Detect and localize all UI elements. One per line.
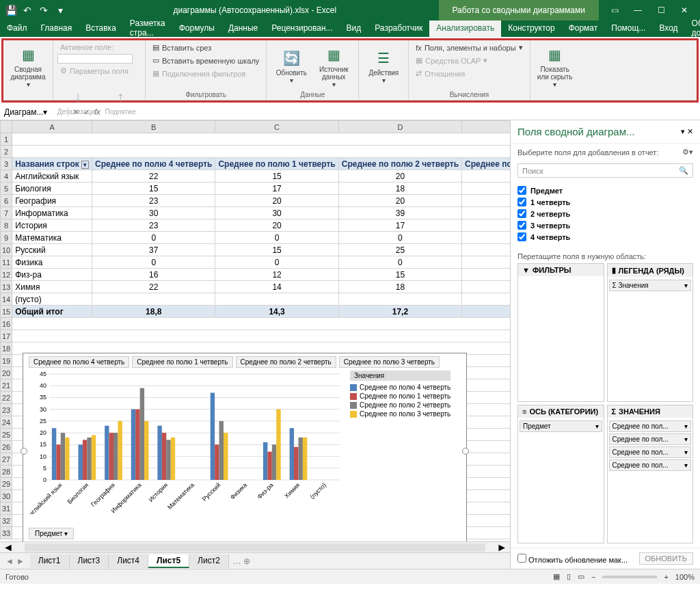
zoom-out-icon[interactable]: − xyxy=(591,573,595,581)
sheet-tab-Лист1[interactable]: Лист1 xyxy=(30,554,70,568)
legend-zone[interactable]: ▮ЛЕГЕНДА (РЯДЫ)Σ Значения▾ xyxy=(607,263,694,402)
filter-connections-button[interactable]: ▦Подключения фильтров xyxy=(150,68,248,79)
update-button[interactable]: ОБНОВИТЬ xyxy=(639,552,693,565)
cancel-icon[interactable]: ✕ xyxy=(72,107,79,117)
ribbon-highlight: ▦ Сводная диаграмма ▾ Активное поле: ⚙Па… xyxy=(1,38,699,103)
tab-Вид[interactable]: Вид xyxy=(340,21,368,37)
view-pagelayout-icon[interactable]: ▯ xyxy=(567,572,571,581)
svg-rect-60 xyxy=(263,442,267,480)
svg-text:10: 10 xyxy=(40,453,46,460)
tab-Главная[interactable]: Главная xyxy=(34,21,79,37)
task-pane-dropdown-icon[interactable]: ▾ xyxy=(681,127,685,135)
filters-zone[interactable]: ▼ФИЛЬТРЫ xyxy=(517,263,604,402)
qat-dropdown-icon[interactable]: ▾ xyxy=(55,5,66,16)
svg-rect-31 xyxy=(109,433,113,480)
quick-access-toolbar: 💾 ↶ ↷ ▾ xyxy=(0,5,71,16)
save-icon[interactable]: 💾 xyxy=(5,5,16,16)
svg-rect-43 xyxy=(171,438,175,480)
chart-series-button[interactable]: Среднее по полю 1 четверть xyxy=(132,356,232,368)
field-Предмет[interactable]: Предмет xyxy=(517,185,693,196)
task-pane-close-icon[interactable]: ✕ xyxy=(687,127,693,135)
values-zone[interactable]: ΣЗНАЧЕНИЯСреднее по пол...▾Среднее по по… xyxy=(607,405,694,543)
tab-Разработчик[interactable]: Разработчик xyxy=(368,21,429,37)
field-2 четверть[interactable]: 2 четверть xyxy=(517,208,693,219)
drill-down-button[interactable]: ↓Детализация xyxy=(57,77,98,124)
zoom-slider[interactable] xyxy=(602,576,657,578)
sheet-tab-Лист2[interactable]: Лист2 xyxy=(189,554,229,568)
ribbon-display-icon[interactable]: ▭ xyxy=(604,0,625,21)
svg-text:45: 45 xyxy=(40,371,46,377)
tab-Файл[interactable]: Файл xyxy=(0,21,34,37)
tab-Помощ...[interactable]: Помощ... xyxy=(604,21,652,37)
drill-up-button[interactable]: ↑Поднятие xyxy=(100,77,141,124)
chart-axis-button[interactable]: Предмет ▾ xyxy=(29,528,74,539)
svg-rect-68 xyxy=(303,438,307,480)
chart-series-button[interactable]: Среднее по полю 4 четверть xyxy=(29,356,129,368)
value-pill[interactable]: Среднее по пол...▾ xyxy=(609,446,692,458)
undo-icon[interactable]: ↶ xyxy=(22,5,33,16)
tab-Вставка[interactable]: Вставка xyxy=(79,21,123,37)
tab-Общий доступ[interactable]: Общий доступ xyxy=(685,21,700,37)
axis-zone[interactable]: ≡ОСЬ (КАТЕГОРИИ)Предмет▾ xyxy=(517,405,604,543)
refresh-button[interactable]: 🔄Обновить▾ xyxy=(271,42,312,90)
tab-Формат[interactable]: Формат xyxy=(562,21,605,37)
tab-Конструктор[interactable]: Конструктор xyxy=(501,21,561,37)
tab-Разметка стра...[interactable]: Разметка стра... xyxy=(123,21,172,37)
svg-rect-53 xyxy=(224,433,228,480)
actions-button[interactable]: ☰Действия▾ xyxy=(363,42,404,90)
field-4 четверть[interactable]: 4 четверть xyxy=(517,231,693,243)
field-3 четверть[interactable]: 3 четверть xyxy=(517,219,693,231)
fx-icon[interactable]: fx xyxy=(94,107,100,117)
pivot-chart[interactable]: Среднее по полю 4 четвертьСреднее по пол… xyxy=(23,353,467,541)
redo-icon[interactable]: ↷ xyxy=(38,5,49,16)
defer-checkbox[interactable]: Отложить обновление мак... xyxy=(517,554,628,564)
olap-tools-button[interactable]: ▦Средства OLAP ▾ xyxy=(413,55,490,66)
sheet-tab-Лист5[interactable]: Лист5 xyxy=(148,554,189,568)
fields-items-sets-button[interactable]: fxПоля, элементы и наборы ▾ xyxy=(413,42,525,53)
view-normal-icon[interactable]: ▦ xyxy=(553,572,560,581)
legend-pill[interactable]: Σ Значения▾ xyxy=(609,280,692,291)
tab-Формулы[interactable]: Формулы xyxy=(172,21,221,37)
axis-icon: ≡ xyxy=(522,407,526,416)
insert-slicer-button[interactable]: ▤Вставить срез xyxy=(150,42,214,53)
group-calc: Вычисления xyxy=(413,90,525,98)
chart-series-button[interactable]: Среднее по полю 3 четверть xyxy=(339,356,440,368)
view-pagebreak-icon[interactable]: ▭ xyxy=(578,572,584,581)
pivot-chart-button[interactable]: ▦ Сводная диаграмма ▾ xyxy=(8,42,49,90)
chart-series-button[interactable]: Среднее по полю 2 четверть xyxy=(236,356,336,368)
value-pill[interactable]: Среднее по пол...▾ xyxy=(609,420,692,432)
prev-sheet-icon[interactable]: ◄ xyxy=(5,556,14,566)
next-sheet-icon[interactable]: ► xyxy=(16,556,25,566)
tab-Анализировать[interactable]: Анализировать xyxy=(429,21,501,37)
grid[interactable]: ABCDE123Названия строк ▾Среднее по полю … xyxy=(0,120,510,541)
sheet-tab-Лист3[interactable]: Лист3 xyxy=(70,554,109,568)
axis-pill[interactable]: Предмет▾ xyxy=(520,420,602,432)
zoom-in-icon[interactable]: + xyxy=(664,573,668,581)
name-box[interactable]: Диаграм... ▾ xyxy=(0,107,68,117)
horizontal-scrollbar[interactable]: ◄► xyxy=(0,541,510,552)
maximize-icon[interactable]: ☐ xyxy=(651,0,671,21)
zoom-level[interactable]: 100% xyxy=(675,573,695,581)
value-pill[interactable]: Среднее по пол...▾ xyxy=(609,459,692,471)
field-1 четверть[interactable]: 1 четверть xyxy=(517,196,693,208)
insert-timeline-button[interactable]: ▭Вставить временную шкалу xyxy=(150,55,262,66)
svg-rect-36 xyxy=(135,409,139,480)
relations-button[interactable]: ⇄Отношения xyxy=(413,68,468,79)
accept-icon[interactable]: ✓ xyxy=(83,107,90,117)
value-pill[interactable]: Среднее по пол...▾ xyxy=(609,433,692,445)
field-search-input[interactable]: Поиск🔍 xyxy=(517,163,693,178)
sheet-nav[interactable]: ◄► xyxy=(0,556,30,566)
tab-Вход[interactable]: Вход xyxy=(652,21,684,37)
close-icon[interactable]: ✕ xyxy=(674,0,695,21)
tab-Рецензирован...[interactable]: Рецензирован... xyxy=(265,21,339,37)
tab-Данные[interactable]: Данные xyxy=(221,21,265,37)
data-source-button[interactable]: ▦Источник данных▾ xyxy=(313,42,354,90)
svg-text:25: 25 xyxy=(40,418,46,425)
sheet-tab-Лист4[interactable]: Лист4 xyxy=(109,554,148,568)
minimize-icon[interactable]: — xyxy=(628,0,648,21)
formula-bar[interactable]: ✕✓fx xyxy=(68,107,700,117)
active-field-input[interactable] xyxy=(57,54,133,64)
field-params-button[interactable]: ⚙Параметры поля xyxy=(57,65,131,77)
show-hide-button[interactable]: ▦Показать или скрыть▾ xyxy=(535,42,576,90)
gear-icon[interactable]: ⚙▾ xyxy=(682,148,693,157)
